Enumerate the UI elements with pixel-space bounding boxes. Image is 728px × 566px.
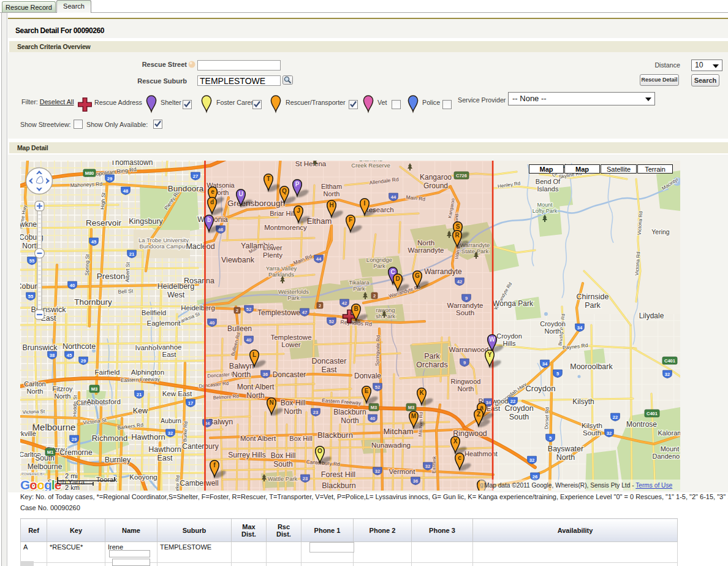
svg-text:H: H [329,202,333,208]
svg-text:Dandenong: Dandenong [653,453,680,460]
svg-text:Montrose: Montrose [626,420,657,429]
svg-text:Victoria St: Victoria St [23,408,45,415]
svg-text:Croydon: Croydon [525,384,555,393]
svg-text:40: 40 [70,283,75,288]
svg-text:High St: High St [99,192,107,210]
svg-text:34: 34 [542,361,548,367]
svg-text:Ivanhoe: Ivanhoe [157,343,182,351]
svg-text:Yering: Yering [651,228,670,235]
svg-text:North: North [556,453,575,462]
svg-text:Melbourne: Melbourne [32,422,76,432]
svg-text:Fitzroy: Fitzroy [53,385,74,392]
svg-text:Kilsyth: Kilsyth [572,397,594,406]
svg-text:Croydon: Croydon [496,332,522,340]
svg-text:W: W [489,336,495,343]
svg-text:Croydon: Croydon [540,320,566,327]
svg-text:Alphington: Alphington [131,369,164,376]
svg-text:N: N [269,399,273,406]
svg-text:Kew East: Kew East [162,390,192,397]
svg-text:Lofty Park: Lofty Park [533,208,558,214]
svg-text:POWERED BY: POWERED BY [21,472,45,476]
svg-text:Kalorama: Kalorama [658,429,680,437]
svg-text:Bundoora Campus: Bundoora Campus [139,243,188,250]
svg-text:48: 48 [123,188,128,194]
svg-text:G: G [415,272,420,279]
svg-text:D: D [395,275,400,282]
svg-text:West: West [167,291,185,299]
svg-text:Heidelberg: Heidelberg [157,282,195,291]
svg-text:Bundoora: Bundoora [168,184,204,193]
svg-text:26: 26 [533,474,537,480]
svg-text:55: 55 [29,258,34,264]
svg-text:Auburn: Auburn [161,417,181,424]
svg-text:Park: Park [585,301,601,310]
svg-text:29: 29 [72,437,77,442]
svg-text:C: C [390,269,395,275]
svg-text:45: 45 [67,353,72,358]
svg-text:Thomastown: Thomastown [111,161,153,167]
svg-text:Burnley: Burnley [105,456,131,464]
svg-text:Burke Rd: Burke Rd [182,421,189,442]
svg-text:Q: Q [282,188,287,194]
svg-text:2 km: 2 km [65,484,80,491]
svg-text:T: T [267,175,270,182]
svg-text:South: South [509,413,529,421]
svg-text:Bayswater: Bayswater [548,445,583,453]
svg-text:17: 17 [188,400,193,406]
svg-text:Spring St: Spring St [83,254,90,276]
svg-text:55: 55 [28,294,33,299]
svg-text:S: S [456,223,460,230]
svg-text:Carlton: Carlton [24,380,45,388]
svg-text:South: South [583,429,601,437]
svg-text:K: K [419,389,424,396]
svg-text:Melbourne: Melbourne [28,462,63,471]
svg-text:J: J [297,207,300,214]
svg-text:L: L [252,351,256,358]
svg-text:Lilydale: Lilydale [639,312,664,320]
svg-text:Mount: Mount [537,202,553,208]
svg-text:E: E [365,388,369,394]
svg-text:C401: C401 [646,411,658,416]
svg-text:M: M [411,413,416,419]
svg-text:Preston: Preston [97,272,126,281]
svg-text:Google: Google [20,478,61,491]
svg-text:X: X [453,438,458,445]
svg-text:Z: Z [477,411,480,418]
svg-text:Thornbury: Thornbury [74,297,112,307]
svg-text:Bell St: Bell St [118,288,134,295]
svg-text:Fairfield: Fairfield [95,369,120,376]
svg-text:c: c [458,454,461,461]
svg-text:O: O [317,448,322,454]
svg-text:29: 29 [81,358,86,364]
svg-text:5: 5 [549,435,552,441]
svg-text:d: d [210,199,214,205]
svg-text:Abbotsford: Abbotsford [86,398,121,405]
svg-text:U: U [238,191,243,197]
svg-text:I: I [364,200,366,207]
svg-text:22: 22 [510,399,515,404]
svg-text:32: 32 [607,430,612,436]
svg-text:Islands: Islands [537,185,559,193]
svg-text:Dorset Rd: Dorset Rd [544,407,550,429]
svg-text:Northcote: Northcote [63,342,96,351]
svg-text:R: R [455,232,460,239]
svg-text:45: 45 [91,239,96,245]
svg-text:P: P [295,181,300,188]
svg-text:East: East [162,351,176,358]
svg-text:Kooyong: Kooyong [129,473,157,481]
svg-text:Bellfield: Bellfield [142,309,166,316]
svg-text:Bend Of: Bend Of [536,178,561,185]
svg-text:M80: M80 [85,170,94,176]
svg-text:Hills: Hills [503,340,516,347]
svg-text:North: North [27,388,44,395]
svg-text:Croydon: Croydon [504,404,533,413]
svg-text:B: B [354,305,358,312]
svg-text:27: 27 [193,174,198,179]
svg-text:e: e [211,188,214,195]
svg-text:Hawthorn: Hawthorn [131,432,165,442]
svg-text:Y: Y [488,351,492,358]
svg-text:Kingsbury: Kingsbury [129,217,163,226]
svg-text:F: F [349,216,352,223]
svg-text:Mount: Mount [661,445,680,453]
svg-text:Hawthorn: Hawthorn [148,445,181,454]
